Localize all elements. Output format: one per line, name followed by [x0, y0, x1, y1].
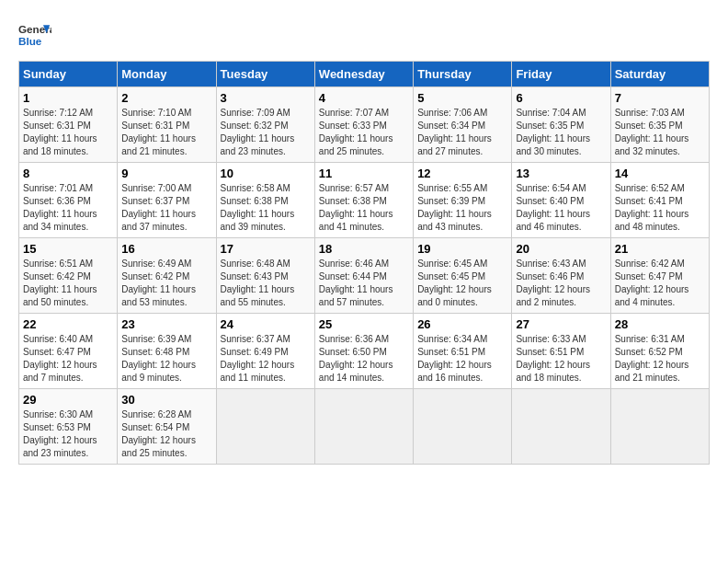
sunset-label: Sunset: 6:54 PM	[121, 422, 189, 432]
day-number: 5	[417, 91, 507, 105]
daylight-label: Daylight: 12 hours and 7 minutes.	[23, 360, 97, 383]
day-info: Sunrise: 6:46 AM Sunset: 6:44 PM Dayligh…	[319, 258, 409, 309]
calendar-cell	[314, 389, 413, 465]
sunrise-label: Sunrise: 6:33 AM	[516, 334, 586, 344]
calendar-cell: 25 Sunrise: 6:36 AM Sunset: 6:50 PM Dayl…	[314, 314, 413, 389]
daylight-label: Daylight: 12 hours and 25 minutes.	[121, 435, 196, 458]
sunrise-label: Sunrise: 6:31 AM	[615, 334, 685, 344]
sunset-label: Sunset: 6:38 PM	[319, 196, 387, 206]
sunrise-label: Sunrise: 6:34 AM	[417, 334, 487, 344]
calendar-cell: 20 Sunrise: 6:43 AM Sunset: 6:46 PM Dayl…	[512, 238, 610, 314]
sunrise-label: Sunrise: 6:55 AM	[417, 183, 487, 193]
calendar-header-row: SundayMondayTuesdayWednesdayThursdayFrid…	[19, 62, 710, 87]
daylight-label: Daylight: 11 hours and 43 minutes.	[417, 209, 492, 232]
daylight-label: Daylight: 11 hours and 21 minutes.	[121, 133, 196, 156]
week-row-1: 1 Sunrise: 7:12 AM Sunset: 6:31 PM Dayli…	[19, 87, 710, 163]
day-number: 14	[615, 167, 705, 180]
day-info: Sunrise: 6:39 AM Sunset: 6:48 PM Dayligh…	[121, 333, 211, 385]
day-info: Sunrise: 7:01 AM Sunset: 6:36 PM Dayligh…	[23, 182, 113, 234]
calendar-cell: 29 Sunrise: 6:30 AM Sunset: 6:53 PM Dayl…	[19, 389, 118, 465]
day-number: 28	[615, 317, 705, 331]
calendar-cell	[610, 389, 709, 465]
day-info: Sunrise: 6:34 AM Sunset: 6:51 PM Dayligh…	[417, 333, 507, 385]
day-number: 18	[319, 242, 409, 256]
calendar-cell: 14 Sunrise: 6:52 AM Sunset: 6:41 PM Dayl…	[610, 163, 709, 238]
daylight-label: Daylight: 11 hours and 34 minutes.	[23, 209, 97, 232]
sunrise-label: Sunrise: 7:03 AM	[615, 108, 685, 118]
daylight-label: Daylight: 12 hours and 16 minutes.	[417, 360, 492, 383]
day-info: Sunrise: 6:30 AM Sunset: 6:53 PM Dayligh…	[23, 408, 113, 460]
sunset-label: Sunset: 6:47 PM	[615, 271, 683, 282]
header-friday: Friday	[512, 62, 610, 87]
day-info: Sunrise: 6:28 AM Sunset: 6:54 PM Dayligh…	[121, 408, 211, 460]
sunrise-label: Sunrise: 6:52 AM	[615, 183, 685, 193]
daylight-label: Daylight: 11 hours and 48 minutes.	[615, 209, 689, 232]
sunset-label: Sunset: 6:48 PM	[121, 347, 189, 357]
daylight-label: Daylight: 11 hours and 18 minutes.	[23, 133, 97, 156]
day-number: 15	[23, 242, 113, 256]
sunrise-label: Sunrise: 6:43 AM	[516, 259, 586, 269]
daylight-label: Daylight: 12 hours and 11 minutes.	[221, 360, 295, 383]
calendar-cell	[216, 389, 314, 465]
calendar-cell	[414, 389, 512, 465]
day-number: 3	[221, 91, 311, 105]
daylight-label: Daylight: 11 hours and 55 minutes.	[221, 284, 295, 307]
day-number: 22	[23, 317, 113, 331]
sunrise-label: Sunrise: 6:51 AM	[23, 259, 93, 269]
sunrise-label: Sunrise: 6:30 AM	[23, 409, 93, 419]
day-info: Sunrise: 7:07 AM Sunset: 6:33 PM Dayligh…	[319, 107, 409, 158]
daylight-label: Daylight: 12 hours and 4 minutes.	[615, 284, 689, 307]
daylight-label: Daylight: 11 hours and 57 minutes.	[319, 284, 393, 307]
sunset-label: Sunset: 6:35 PM	[516, 121, 584, 131]
calendar-cell: 28 Sunrise: 6:31 AM Sunset: 6:52 PM Dayl…	[610, 314, 709, 389]
sunrise-label: Sunrise: 7:09 AM	[221, 108, 290, 118]
sunrise-label: Sunrise: 7:07 AM	[319, 108, 389, 118]
header-saturday: Saturday	[610, 62, 709, 87]
sunrise-label: Sunrise: 7:04 AM	[516, 108, 586, 118]
sunrise-label: Sunrise: 7:06 AM	[417, 108, 487, 118]
sunrise-label: Sunrise: 6:45 AM	[417, 259, 487, 269]
day-number: 21	[615, 242, 705, 256]
week-row-4: 22 Sunrise: 6:40 AM Sunset: 6:47 PM Dayl…	[19, 314, 710, 389]
sunrise-label: Sunrise: 6:49 AM	[121, 259, 191, 269]
calendar-cell: 24 Sunrise: 6:37 AM Sunset: 6:49 PM Dayl…	[216, 314, 314, 389]
calendar-table: SundayMondayTuesdayWednesdayThursdayFrid…	[18, 61, 710, 465]
header-tuesday: Tuesday	[216, 62, 314, 87]
day-info: Sunrise: 6:57 AM Sunset: 6:38 PM Dayligh…	[319, 182, 409, 234]
daylight-label: Daylight: 12 hours and 23 minutes.	[23, 435, 97, 458]
daylight-label: Daylight: 12 hours and 14 minutes.	[319, 360, 393, 383]
sunrise-label: Sunrise: 6:39 AM	[121, 334, 191, 344]
calendar-cell: 19 Sunrise: 6:45 AM Sunset: 6:45 PM Dayl…	[414, 238, 512, 314]
day-number: 26	[417, 317, 507, 331]
sunset-label: Sunset: 6:52 PM	[615, 347, 683, 357]
day-number: 24	[221, 317, 311, 331]
day-info: Sunrise: 6:48 AM Sunset: 6:43 PM Dayligh…	[221, 258, 311, 309]
page-header: General Blue	[18, 18, 710, 52]
day-number: 12	[417, 167, 507, 180]
calendar-cell: 4 Sunrise: 7:07 AM Sunset: 6:33 PM Dayli…	[314, 87, 413, 163]
calendar-cell: 13 Sunrise: 6:54 AM Sunset: 6:40 PM Dayl…	[512, 163, 610, 238]
day-info: Sunrise: 6:42 AM Sunset: 6:47 PM Dayligh…	[615, 258, 705, 309]
header-monday: Monday	[118, 62, 216, 87]
day-info: Sunrise: 6:43 AM Sunset: 6:46 PM Dayligh…	[516, 258, 606, 309]
day-number: 13	[516, 167, 606, 180]
calendar-cell: 22 Sunrise: 6:40 AM Sunset: 6:47 PM Dayl…	[19, 314, 118, 389]
daylight-label: Daylight: 11 hours and 46 minutes.	[516, 209, 590, 232]
svg-text:Blue: Blue	[18, 35, 42, 47]
day-number: 9	[121, 167, 211, 180]
day-info: Sunrise: 7:06 AM Sunset: 6:34 PM Dayligh…	[417, 107, 507, 158]
calendar-cell: 23 Sunrise: 6:39 AM Sunset: 6:48 PM Dayl…	[118, 314, 216, 389]
day-number: 4	[319, 91, 409, 105]
sunset-label: Sunset: 6:35 PM	[615, 121, 683, 131]
day-info: Sunrise: 6:58 AM Sunset: 6:38 PM Dayligh…	[221, 182, 311, 234]
sunrise-label: Sunrise: 6:48 AM	[221, 259, 290, 269]
sunrise-label: Sunrise: 7:01 AM	[23, 183, 93, 193]
calendar-cell: 11 Sunrise: 6:57 AM Sunset: 6:38 PM Dayl…	[314, 163, 413, 238]
day-info: Sunrise: 6:40 AM Sunset: 6:47 PM Dayligh…	[23, 333, 113, 385]
day-number: 23	[121, 317, 211, 331]
day-info: Sunrise: 7:00 AM Sunset: 6:37 PM Dayligh…	[121, 182, 211, 234]
sunset-label: Sunset: 6:49 PM	[221, 347, 289, 357]
daylight-label: Daylight: 12 hours and 2 minutes.	[516, 284, 590, 307]
sunset-label: Sunset: 6:51 PM	[417, 347, 485, 357]
header-thursday: Thursday	[414, 62, 512, 87]
